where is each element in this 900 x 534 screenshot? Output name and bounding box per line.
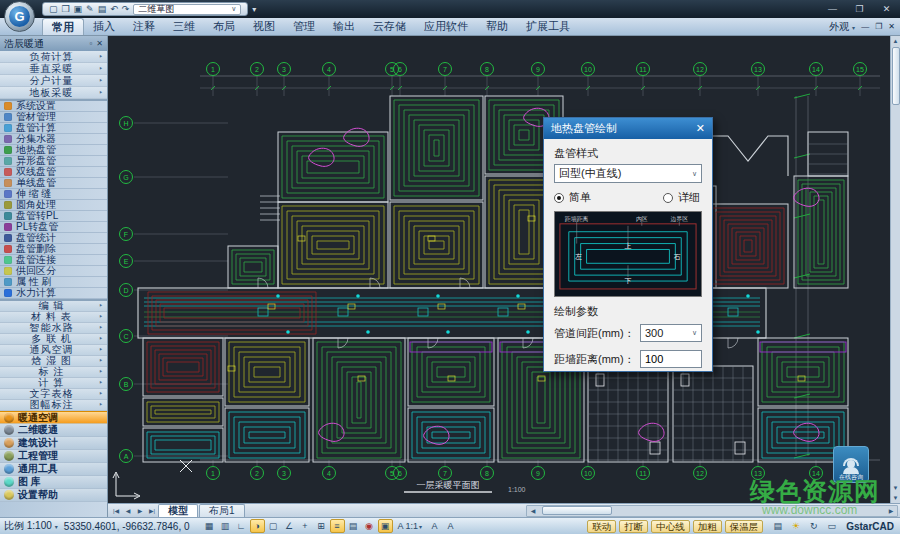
svg-text:上: 上 — [625, 242, 632, 249]
close-button[interactable]: ✕ — [873, 0, 900, 18]
wall-distance-input[interactable] — [640, 350, 702, 368]
ribbon-tab[interactable]: 云存储 — [364, 18, 415, 35]
ribbon-tab[interactable]: 应用软件 — [415, 18, 477, 35]
vertical-scrollbar[interactable]: ▲ ▼ ▼ — [890, 36, 900, 503]
tray-icon[interactable]: ↻ — [806, 519, 821, 533]
next-tab-button[interactable]: ▶ — [134, 507, 146, 514]
status-toggle-button[interactable]: 加粗 — [693, 520, 722, 533]
mode-radio-group: 简单 详细 — [554, 190, 700, 205]
status-toggle-button[interactable]: 保温层 — [725, 520, 764, 533]
annotation-icon[interactable]: A — [427, 519, 442, 533]
coil-style-select[interactable]: 回型(中直线)∨ — [554, 164, 702, 183]
svg-text:4: 4 — [327, 470, 331, 477]
status-mode-icon[interactable]: ◉ — [362, 519, 377, 533]
first-tab-button[interactable]: |◀ — [110, 507, 122, 514]
tool-icon — [4, 245, 12, 253]
sidebar-module-item[interactable]: 通用工具 — [0, 463, 107, 476]
status-mode-icon[interactable]: ∠ — [282, 519, 297, 533]
status-mode-icon[interactable]: ∟ — [234, 519, 249, 533]
svg-text:14: 14 — [812, 66, 820, 73]
status-mode-icon[interactable]: ▤ — [346, 519, 361, 533]
ribbon-tab[interactable]: 三维 — [164, 18, 204, 35]
annotation-icon[interactable]: A — [443, 519, 458, 533]
ribbon-restore-button[interactable]: ❐ — [875, 22, 882, 31]
close-icon[interactable]: ✕ — [696, 122, 705, 135]
appearance-dropdown[interactable]: 外观 ▾ — [829, 20, 855, 34]
sidebar-tool-item[interactable]: 水力计算 — [0, 288, 107, 299]
tab-model[interactable]: 模型 — [158, 504, 198, 517]
qat-icon[interactable]: ▤ — [98, 3, 107, 15]
status-mode-icon[interactable]: ▣ — [378, 519, 393, 533]
pin-icon[interactable]: ▫ — [89, 39, 92, 48]
minimize-button[interactable]: — — [819, 0, 846, 18]
submenu-arrow-icon: ‣ — [99, 77, 103, 85]
ribbon-tab[interactable]: 插入 — [84, 18, 124, 35]
module-icon — [4, 451, 14, 461]
workspace-selector[interactable]: 二维草图∨ — [133, 4, 241, 15]
last-tab-button[interactable]: ▶| — [146, 507, 158, 514]
sidebar-calc-item[interactable]: 地板采暖‣ — [0, 87, 107, 99]
svg-text:3: 3 — [282, 66, 286, 73]
status-mode-icon[interactable]: + — [298, 519, 313, 533]
submenu-arrow-icon: ‣ — [99, 53, 103, 61]
qat-icon[interactable]: ↶ — [110, 3, 118, 15]
ribbon-tab[interactable]: 帮助 — [477, 18, 517, 35]
tray-icon[interactable]: ☀ — [788, 519, 803, 533]
status-toggle-button[interactable]: 打断 — [619, 520, 648, 533]
scroll-down-icon[interactable]: ▼ — [893, 483, 899, 493]
qat-icon[interactable]: ▣ — [74, 3, 83, 15]
status-toggle-button[interactable]: 中心线 — [651, 520, 690, 533]
annotation-scale-button[interactable]: A 1:1▾ — [395, 519, 426, 533]
radio-unselected-icon — [663, 193, 673, 203]
status-mode-icon[interactable]: ◑ — [250, 519, 265, 533]
submenu-arrow-icon: ‣ — [99, 390, 103, 398]
ribbon-minimize-button[interactable]: — — [861, 22, 869, 31]
status-mode-icon[interactable]: ▢ — [266, 519, 281, 533]
radio-detailed[interactable]: 详细 — [663, 190, 700, 205]
scroll-down-icon[interactable]: ▼ — [893, 493, 899, 503]
tray-icon[interactable]: ▤ — [770, 519, 785, 533]
ribbon-tab[interactable]: 管理 — [284, 18, 324, 35]
dialog-title-bar[interactable]: 地热盘管绘制 ✕ — [544, 118, 712, 139]
cursor-coordinates: 53350.4601, -96632.7846, 0 — [64, 521, 190, 532]
qat-more-button[interactable]: ▾ — [252, 5, 256, 14]
svg-text:7: 7 — [443, 470, 447, 477]
scrollbar-thumb[interactable] — [892, 47, 900, 105]
scale-dropdown[interactable]: 比例 1:100▾ — [4, 519, 58, 533]
tab-layout1[interactable]: 布局1 — [199, 504, 245, 517]
radio-simple[interactable]: 简单 — [554, 190, 591, 205]
submenu-arrow-icon: ‣ — [99, 379, 103, 387]
qat-icon[interactable]: ❒ — [62, 3, 70, 15]
prev-tab-button[interactable]: ◀ — [122, 507, 134, 514]
sidebar-module-item[interactable]: 设置帮助 — [0, 489, 107, 502]
app-logo-button[interactable]: G — [4, 1, 35, 32]
ribbon-tab[interactable]: 注释 — [124, 18, 164, 35]
status-mode-icon[interactable]: ▦ — [202, 519, 217, 533]
qat-icon[interactable]: ✎ — [86, 3, 94, 15]
submenu-arrow-icon: ‣ — [99, 357, 103, 365]
scroll-left-icon[interactable]: ◀ — [527, 507, 539, 514]
status-mode-icon[interactable]: ⊞ — [314, 519, 329, 533]
ribbon-tab[interactable]: 常用 — [42, 18, 84, 35]
drawing-canvas[interactable]: 1122334455667788991010111112121313141415… — [108, 36, 890, 503]
qat-icon[interactable]: ↷ — [122, 3, 130, 15]
ribbon-tab[interactable]: 视图 — [244, 18, 284, 35]
restore-button[interactable]: ❐ — [846, 0, 873, 18]
scroll-up-icon[interactable]: ▲ — [893, 36, 899, 46]
status-mode-icon[interactable]: ▥ — [218, 519, 233, 533]
tool-icon — [4, 179, 12, 187]
ribbon-close-button[interactable]: ✕ — [888, 22, 895, 31]
scrollbar-thumb[interactable] — [542, 506, 612, 515]
status-toggle-button[interactable]: 联动 — [587, 520, 616, 533]
scroll-right-icon[interactable]: ▶ — [885, 507, 897, 514]
ribbon-tab[interactable]: 布局 — [204, 18, 244, 35]
ribbon-tab[interactable]: 扩展工具 — [517, 18, 579, 35]
tool-icon — [4, 234, 12, 242]
pipe-spacing-select[interactable]: 300∨ — [640, 324, 702, 342]
tray-icon[interactable]: ▭ — [824, 519, 839, 533]
qat-icon[interactable]: ▢ — [49, 3, 58, 15]
sidebar-menu-item[interactable]: 图幅标注‣ — [0, 400, 107, 411]
ribbon-tab[interactable]: 输出 — [324, 18, 364, 35]
status-mode-icon[interactable]: ≡ — [330, 519, 345, 533]
close-icon[interactable]: ✕ — [96, 39, 103, 48]
